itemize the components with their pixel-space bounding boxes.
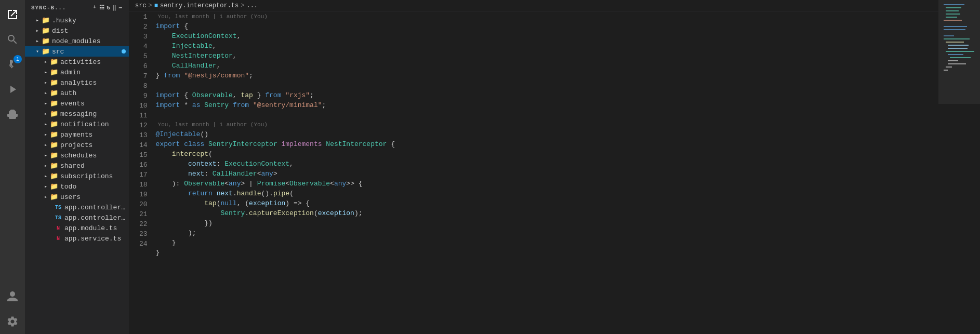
file-icon-app-service-ts: N [54, 234, 62, 243]
minimap-canvas [938, 0, 980, 334]
sidebar-item-husky[interactable]: 📁 .husky [25, 15, 129, 25]
sidebar-item-todo[interactable]: 📁 todo [25, 181, 129, 192]
sidebar-label-shared: shared [60, 162, 85, 170]
sidebar-label-app-controller-ts: app.controller.ts [64, 214, 129, 222]
folder-icon-dist: 📁 [42, 26, 50, 35]
sidebar-label-events: events [60, 100, 85, 108]
search-icon[interactable] [0, 27, 25, 52]
sidebar-label-projects: projects [60, 141, 92, 149]
sidebar-item-app-module-ts[interactable]: N app.module.ts [25, 223, 129, 233]
sidebar-item-app-controller-ts[interactable]: TS app.controller.ts [25, 212, 129, 223]
code-line-7 [156, 81, 938, 90]
folder-icon-events: 📁 [50, 99, 58, 108]
code-line-17: return next.handle().pipe( [156, 189, 938, 198]
sidebar-label-analytics: analytics [60, 79, 97, 87]
file-icon-app-module-ts: N [54, 224, 62, 232]
sidebar-item-node-modules[interactable]: 📁 node_modules [25, 36, 129, 46]
bc-file-icon: ■ [154, 2, 158, 9]
new-folder-icon[interactable]: ☷ [99, 4, 105, 11]
bc-symbol: ... [246, 2, 258, 9]
sidebar-item-payments[interactable]: 📁 payments [25, 129, 129, 140]
sidebar-item-src[interactable]: 📁 src [25, 46, 129, 57]
code-line-21: ); [156, 228, 938, 238]
tree-arrow-app-service-ts [46, 234, 54, 243]
code-area[interactable]: 12345 678910 1112131415 1617181920 21222… [129, 12, 938, 334]
refresh-icon[interactable]: ↻ [107, 4, 111, 11]
sidebar-label-admin: admin [60, 69, 81, 76]
sidebar-item-subscriptions[interactable]: 📁 subscriptions [25, 171, 129, 181]
explorer-icon[interactable] [0, 2, 25, 27]
tree-arrow-node-modules [33, 37, 42, 45]
sidebar-item-activities[interactable]: 📁 activities [25, 57, 129, 67]
code-line-5: CallHandler, [156, 61, 938, 71]
folder-icon-projects: 📁 [50, 141, 58, 149]
code-line-13: intercept( [156, 149, 938, 159]
tree-arrow-payments [42, 130, 50, 139]
sidebar-label-payments: payments [60, 131, 92, 139]
code-line-2: ExecutionContext, [156, 31, 938, 41]
folder-icon-messaging: 📁 [50, 110, 58, 118]
code-line-9: import * as Sentry from "@sentry/minimal… [156, 100, 938, 110]
run-debug-icon[interactable] [0, 77, 25, 102]
code-line-4: NestInterceptor, [156, 51, 938, 61]
tree-arrow-projects [42, 141, 50, 149]
sidebar-item-messaging[interactable]: 📁 messaging [25, 109, 129, 119]
sidebar-item-notification[interactable]: 📁 notification [25, 119, 129, 129]
settings-icon[interactable] [0, 309, 25, 334]
folder-icon-analytics: 📁 [50, 78, 58, 87]
tree-arrow-users [42, 193, 50, 201]
sidebar-label-app-service-ts: app.service.ts [64, 235, 121, 243]
tree-arrow-notification [42, 120, 50, 128]
sidebar-item-auth[interactable]: 📁 auth [25, 88, 129, 98]
accounts-icon[interactable] [0, 284, 25, 309]
code-line-11: @Injectable() [156, 129, 938, 139]
bc-src: src [135, 2, 147, 9]
code-line-8: import { Observable, tap } from "rxjs"; [156, 90, 938, 100]
bc-file-label: sentry.interceptor.ts [160, 2, 239, 9]
sidebar-item-projects[interactable]: 📁 projects [25, 140, 129, 150]
sidebar-label-dist: dist [52, 27, 68, 35]
breadcrumb: src > ■ sentry.interceptor.ts > ... [129, 0, 938, 12]
source-control-icon[interactable]: 1 [0, 52, 25, 77]
code-line-1: import { [156, 21, 938, 31]
tree-arrow-app-controller-spec [46, 203, 54, 211]
blame-line-1: You, last month | 1 author (You) [156, 12, 938, 21]
svg-rect-21 [938, 0, 980, 104]
folder-icon-subscriptions: 📁 [50, 172, 58, 180]
sidebar-item-analytics[interactable]: 📁 analytics [25, 77, 129, 88]
code-line-12: export class SentryInterceptor implement… [156, 139, 938, 149]
collapse-icon[interactable]: ‖ [113, 4, 117, 11]
code-line-10 [156, 110, 938, 120]
sidebar-item-app-service-ts[interactable]: N app.service.ts [25, 233, 129, 244]
more-icon[interactable]: ⋯ [118, 4, 123, 11]
folder-icon-husky: 📁 [42, 16, 50, 24]
code-line-15: next: CallHandler<any> [156, 169, 938, 179]
bc-file: ■ sentry.interceptor.ts [154, 2, 239, 9]
sidebar-label-src: src [52, 48, 64, 56]
code-line-16: ): Observable<any> | Promise<Observable<… [156, 179, 938, 189]
sidebar-label-husky: .husky [52, 17, 76, 24]
bc-src-label: src [135, 2, 147, 9]
tree-arrow-dist [33, 26, 42, 35]
file-icon-app-controller-ts: TS [54, 213, 62, 222]
sidebar-label-notification: notification [60, 121, 109, 128]
sidebar-item-users[interactable]: 📁 users [25, 192, 129, 202]
code-line-3: Injectable, [156, 41, 938, 51]
code-line-20: }) [156, 218, 938, 228]
extensions-icon[interactable] [0, 102, 25, 127]
sidebar-item-dist[interactable]: 📁 dist [25, 25, 129, 36]
new-file-icon[interactable]: + [93, 4, 97, 11]
sidebar-item-admin[interactable]: 📁 admin [25, 67, 129, 77]
sidebar-item-schedules[interactable]: 📁 schedules [25, 150, 129, 161]
sidebar-item-shared[interactable]: 📁 shared [25, 161, 129, 171]
code-line-18: tap(null, (exception) => { [156, 198, 938, 208]
bc-sep-2: > [241, 2, 244, 9]
sidebar-item-app-controller-spec[interactable]: TS app.controller.sp... [25, 202, 129, 212]
sidebar-title: SYNC-B... [31, 5, 66, 11]
tree-arrow-admin [42, 68, 50, 76]
tree-arrow-activities [42, 58, 50, 66]
sidebar-label-activities: activities [60, 58, 101, 66]
sidebar-item-events[interactable]: 📁 events [25, 98, 129, 109]
tree-arrow-auth [42, 89, 50, 97]
tree-arrow-app-module-ts [46, 224, 54, 232]
